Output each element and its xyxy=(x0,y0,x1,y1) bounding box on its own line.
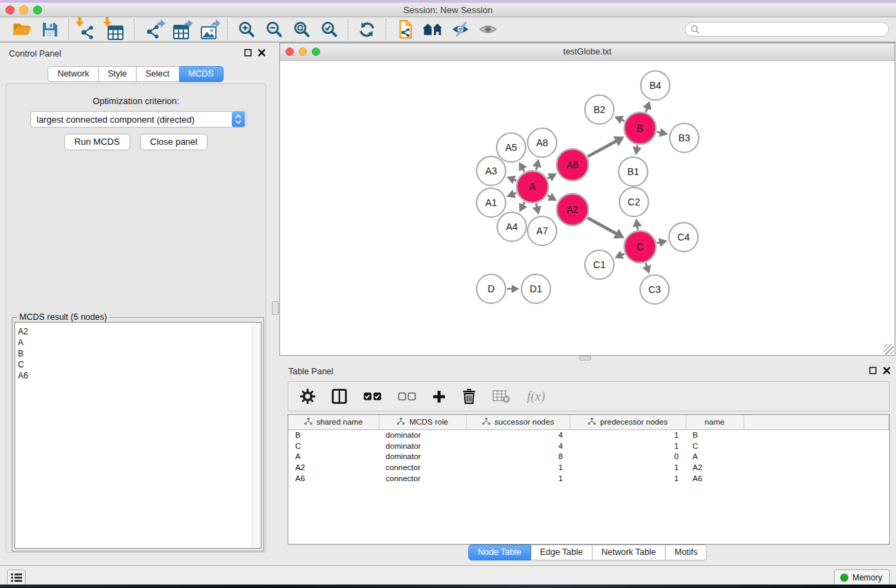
node-C[interactable]: C xyxy=(624,231,656,263)
import-table-button[interactable] xyxy=(101,19,129,41)
delete-table-button[interactable] xyxy=(492,389,510,403)
zoom-fit-button[interactable] xyxy=(288,19,315,41)
resize-grip-icon[interactable] xyxy=(884,344,894,354)
mcds-result-item[interactable]: A6 xyxy=(18,370,261,381)
tab-node-table[interactable]: Node Table xyxy=(468,545,531,560)
zoom-in-button[interactable] xyxy=(232,19,260,41)
search-input[interactable] xyxy=(699,24,888,35)
zoom-selected-button[interactable] xyxy=(315,19,343,41)
table-cell[interactable]: A xyxy=(288,452,379,463)
column-header[interactable]: name xyxy=(686,415,744,429)
create-column-button[interactable] xyxy=(432,390,446,403)
table-cell[interactable]: connector xyxy=(379,462,466,473)
node-D1[interactable]: D1 xyxy=(521,274,550,303)
table-cell[interactable]: 1 xyxy=(466,462,570,473)
horizontal-splitter-handle[interactable] xyxy=(579,356,591,361)
import-network-button[interactable] xyxy=(74,19,101,41)
node-A4[interactable]: A4 xyxy=(497,212,526,241)
zoom-out-button[interactable] xyxy=(260,19,288,41)
export-table-button[interactable] xyxy=(167,19,195,41)
close-panel-button[interactable]: Close panel xyxy=(140,134,208,150)
mcds-result-item[interactable]: B xyxy=(18,348,261,359)
table-cell[interactable]: C xyxy=(686,440,744,452)
table-cell[interactable]: 4 xyxy=(466,429,570,440)
show-all-button[interactable] xyxy=(474,19,501,41)
mcds-result-item[interactable]: A xyxy=(18,337,261,348)
table-cell[interactable]: A xyxy=(686,452,744,463)
edge-A2-C[interactable] xyxy=(588,218,617,234)
memory-button[interactable]: Memory xyxy=(834,569,890,585)
tab-motifs[interactable]: Motifs xyxy=(666,545,707,560)
node-A1[interactable]: A1 xyxy=(477,188,506,217)
close-panel-icon[interactable] xyxy=(883,367,890,374)
node-A7[interactable]: A7 xyxy=(528,216,557,245)
run-mcds-button[interactable]: Run MCDS xyxy=(64,134,130,150)
table-cell[interactable]: dominator xyxy=(379,440,466,452)
table-cell[interactable]: 1 xyxy=(570,462,686,473)
first-neighbors-button[interactable] xyxy=(419,19,446,41)
deselect-all-columns-button[interactable] xyxy=(398,392,416,401)
node-A2[interactable]: A2 xyxy=(557,194,588,225)
node-A3[interactable]: A3 xyxy=(477,156,506,185)
tab-network[interactable]: Network xyxy=(48,66,99,82)
search-field[interactable] xyxy=(685,22,889,37)
node-A6[interactable]: A6 xyxy=(557,149,588,181)
hide-selected-button[interactable] xyxy=(446,19,474,41)
node-B2[interactable]: B2 xyxy=(585,95,614,124)
mcds-result-item[interactable]: C xyxy=(18,359,261,370)
node-C1[interactable]: C1 xyxy=(585,250,614,279)
table-cell[interactable]: 8 xyxy=(466,452,570,463)
tab-network-table[interactable]: Network Table xyxy=(593,545,666,560)
column-header[interactable]: MCDS role xyxy=(379,415,466,429)
table-cell[interactable]: 1 xyxy=(570,473,686,484)
node-B[interactable]: B xyxy=(624,112,656,144)
node-A[interactable]: A xyxy=(517,171,548,203)
mcds-result-item[interactable]: A2 xyxy=(18,326,261,337)
table-cell[interactable]: A2 xyxy=(288,462,379,473)
node-A5[interactable]: A5 xyxy=(497,133,526,162)
tab-select[interactable]: Select xyxy=(137,66,179,82)
delete-column-button[interactable] xyxy=(462,388,476,405)
node-B4[interactable]: B4 xyxy=(641,71,670,100)
new-network-from-selection-button[interactable] xyxy=(391,19,419,41)
export-image-button[interactable] xyxy=(195,19,222,41)
refresh-view-button[interactable] xyxy=(353,19,381,41)
task-history-button[interactable] xyxy=(7,569,26,586)
table-cell[interactable]: 4 xyxy=(466,440,570,452)
table-cell[interactable]: connector xyxy=(379,473,466,484)
node-C3[interactable]: C3 xyxy=(640,275,669,304)
table-cell[interactable]: B xyxy=(686,429,744,440)
table-settings-button[interactable] xyxy=(300,389,315,404)
close-panel-icon[interactable] xyxy=(258,49,266,57)
save-session-button[interactable] xyxy=(36,19,63,41)
node-D[interactable]: D xyxy=(477,274,506,303)
tab-edge-table[interactable]: Edge Table xyxy=(531,545,593,560)
node-C2[interactable]: C2 xyxy=(619,187,648,216)
show-columns-button[interactable] xyxy=(332,389,347,404)
float-panel-icon[interactable] xyxy=(869,367,877,374)
table-cell[interactable]: A2 xyxy=(686,462,744,473)
column-header[interactable]: shared name xyxy=(288,415,379,429)
table-cell[interactable]: 1 xyxy=(570,440,686,452)
table-cell[interactable]: A6 xyxy=(686,473,744,484)
select-all-columns-button[interactable] xyxy=(364,392,381,401)
node-C4[interactable]: C4 xyxy=(669,223,698,252)
tab-mcds[interactable]: MCDS xyxy=(179,66,223,82)
node-A8[interactable]: A8 xyxy=(528,128,557,157)
table-cell[interactable]: dominator xyxy=(379,429,466,440)
table-cell[interactable]: 1 xyxy=(570,429,686,440)
node-B1[interactable]: B1 xyxy=(619,157,648,186)
table-cell[interactable]: dominator xyxy=(379,452,466,463)
network-canvas[interactable]: B4B2BB3A8A5A6A3B1AA1C2A2A4A7C4CC1C3DD1 xyxy=(281,61,894,354)
tab-style[interactable]: Style xyxy=(99,66,137,82)
criterion-dropdown[interactable]: largest connected component (directed) xyxy=(30,111,246,128)
float-panel-icon[interactable] xyxy=(244,49,252,57)
column-header[interactable]: successor nodes xyxy=(466,415,570,429)
table-cell[interactable]: 0 xyxy=(570,452,686,463)
list-scrollbar[interactable] xyxy=(252,323,261,548)
open-file-button[interactable] xyxy=(8,19,36,41)
export-network-button[interactable] xyxy=(139,19,167,41)
table-cell[interactable]: A6 xyxy=(288,473,379,484)
column-header[interactable]: predecessor nodes xyxy=(570,415,686,429)
table-cell[interactable]: 1 xyxy=(466,473,570,484)
